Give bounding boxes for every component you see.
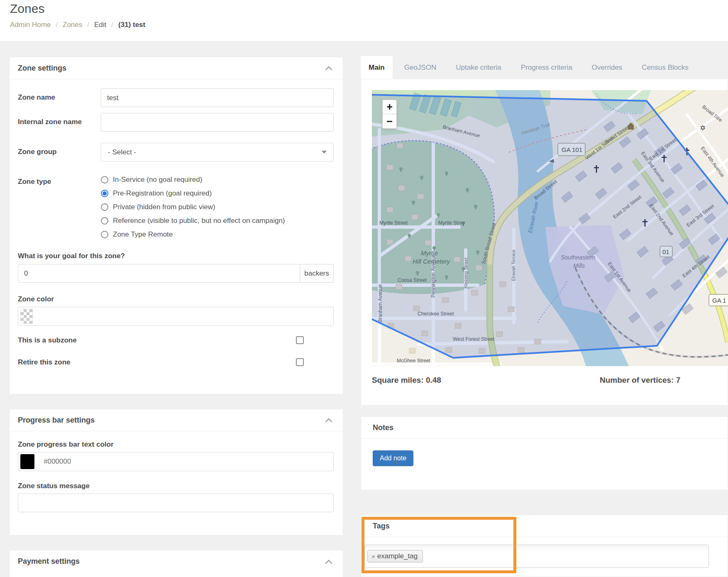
progress-text-color-label: Zone progress bar text color [18,440,334,449]
retire-label: Retire this zone [18,358,71,367]
map-street-label: McGhee Street [397,358,430,364]
zone-type-label: Zone type [18,173,101,186]
svg-text:GA 1: GA 1 [712,297,726,304]
payment-settings-title: Payment settings [18,557,80,566]
breadcrumb-item: Edit [94,21,106,29]
collapse-chevron-icon[interactable] [325,418,332,422]
zone-type-options: In-Service (no goal required)Pre-Registr… [101,173,334,241]
progress-settings-title: Progress bar settings [18,416,95,425]
tab-uptake-criteria[interactable]: Uptake criteria [448,56,509,79]
goal-input[interactable] [18,264,300,283]
breadcrumb-item: (31) test [118,21,145,29]
radio-icon[interactable] [101,190,108,197]
breadcrumb-item[interactable]: Zones [63,21,82,29]
breadcrumb-item[interactable]: Admin Home [10,21,51,29]
map-stats: Square miles: 0.48 Number of vertices: 7 [372,376,728,385]
zone-name-label: Zone name [18,88,101,102]
subzone-label: This is a subzone [18,336,77,345]
square-miles-stat: Square miles: 0.48 [372,376,441,385]
breadcrumb-separator: / [56,21,58,29]
collapse-chevron-icon[interactable] [325,66,332,70]
breadcrumb-separator: / [111,21,113,29]
zone-name-row: Zone name [18,88,334,107]
subzone-checkbox[interactable] [296,336,304,344]
zone-status-message-input[interactable] [18,494,334,512]
tab-bar: MainGeoJSONUptake criteriaProgress crite… [361,56,728,79]
map-zoom-in-button[interactable]: + [383,100,396,114]
radio-label: Private (hidden from public view) [113,203,215,211]
zone-group-select[interactable]: - Select - [101,143,334,161]
progress-text-color-value: #000000 [44,457,71,466]
black-color-swatch [20,454,34,469]
goal-unit-addon: backers [300,264,334,283]
remove-tag-icon[interactable]: × [371,553,375,560]
zone-color-label: Zone color [18,295,334,303]
retire-row: Retire this zone [18,358,334,367]
goal-label: What is your goal for this zone? [18,252,334,260]
zone-status-message-label: Zone status message [18,482,334,490]
zone-type-option[interactable]: Pre-Registration (goal required) [101,186,334,200]
zone-settings-panel: Zone settings Zone name Internal zone na… [9,57,343,394]
radio-label: Pre-Registration (goal required) [113,189,212,198]
subzone-row: This is a subzone [18,336,334,345]
zone-type-row: Zone type In-Service (no goal required)P… [18,173,334,241]
map-zoom-out-button[interactable]: − [383,114,396,128]
radio-label: Zone Type Remote [113,230,173,239]
progress-bar-settings-panel: Progress bar settings Zone progress bar … [9,409,343,535]
zone-group-row: Zone group - Select - [18,143,334,161]
zone-type-option[interactable]: Private (hidden from public view) [101,200,334,214]
collapse-chevron-icon[interactable] [325,560,332,564]
zone-type-option[interactable]: Zone Type Remote [101,227,334,241]
vertices-stat: Number of vertices: 7 [600,376,680,385]
zone-map[interactable]: ✡ Branham AvenuePennington AvenueBranham… [372,90,728,366]
internal-zone-name-input[interactable] [101,113,334,132]
page-title: Zones [10,2,44,16]
retire-checkbox[interactable] [296,358,304,366]
tab-progress-criteria[interactable]: Progress criteria [513,56,580,79]
radio-label: Reference (visible to public, but no eff… [113,217,285,225]
zone-group-value: - Select - [108,148,136,156]
synagogue-icon: ✡ [700,124,706,132]
zone-name-input[interactable] [101,88,334,107]
radio-label: In-Service (no goal required) [113,176,202,184]
chevron-down-icon [322,151,327,154]
radio-icon[interactable] [101,176,108,183]
zone-settings-title: Zone settings [18,64,66,73]
breadcrumb-separator: / [87,21,89,29]
zone-type-option[interactable]: Reference (visible to public, but no eff… [101,214,334,227]
breadcrumb: Admin Home/Zones/Edit/(31) test [10,21,145,29]
tag-pill: × example_tag [367,550,423,562]
transparent-color-swatch [20,309,33,324]
tags-panel: Tags × example_tag [361,515,728,577]
notes-panel: Notes Add note [361,416,728,490]
tab-main[interactable]: Main [361,56,393,79]
tab-overrides[interactable]: Overrides [584,56,630,79]
payment-settings-panel: Payment settings [9,550,343,577]
progress-text-color-input[interactable]: #000000 [18,452,334,471]
tags-title: Tags [373,522,390,531]
notes-title: Notes [373,423,393,432]
zone-group-label: Zone group [18,143,101,156]
tab-geojson[interactable]: GeoJSON [396,56,444,79]
internal-zone-name-row: Internal zone name [18,113,334,132]
radio-icon[interactable] [101,203,108,211]
zone-color-input[interactable] [18,307,334,326]
tab-census-blocks[interactable]: Census Blocks [634,56,696,79]
radio-icon[interactable] [101,217,108,225]
tag-label: example_tag [377,552,418,560]
zone-type-option[interactable]: In-Service (no goal required) [101,173,334,186]
internal-zone-name-label: Internal zone name [18,113,101,126]
goal-input-group: backers [18,264,334,283]
map-zoom-control: + − [382,99,397,129]
radio-icon[interactable] [101,231,108,238]
tags-input[interactable]: × example_tag [364,545,709,568]
add-note-button[interactable]: Add note [373,450,413,466]
route-badge-ga1: GA 1 [709,294,728,306]
